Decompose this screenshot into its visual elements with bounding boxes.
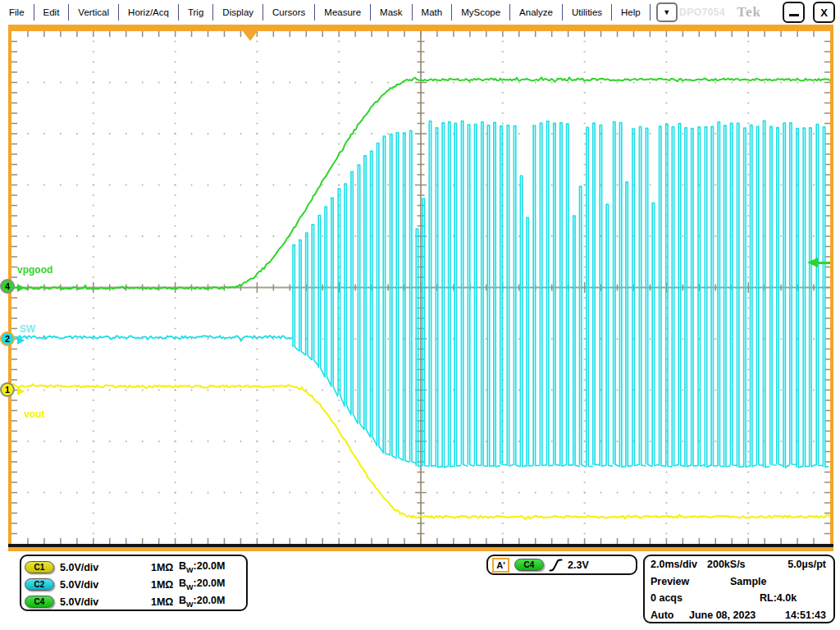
scope-display: vpgood SW vout 4 2 1 (0, 25, 840, 551)
timebase-row-mode: Preview Sample (645, 576, 833, 593)
menu-analyze[interactable]: Analyze (510, 4, 563, 21)
channel1-impedance: 1MΩ (151, 562, 173, 573)
menu-cursors[interactable]: Cursors (263, 4, 315, 21)
waveform-label-vpgood: vpgood (17, 264, 52, 276)
chevron-down-icon: ▼ (663, 8, 670, 16)
date-label: June 08, 2023 (689, 609, 756, 621)
menu-utilities[interactable]: Utilities (563, 4, 612, 21)
channel2-scale: 5.0V/div (60, 579, 98, 591)
menu-trig[interactable]: Trig (179, 4, 213, 21)
acquisition-count: 0 acqs (651, 592, 682, 604)
menu-display[interactable]: Display (213, 4, 263, 21)
menu-measure[interactable]: Measure (315, 4, 371, 21)
channel4-arrow-icon (17, 284, 25, 292)
timebase-row-acqs: 0 acqs RL:4.0k (645, 592, 833, 609)
timebase-readout-box: 2.0ms/div 200kS/s 5.0µs/pt Preview Sampl… (643, 555, 835, 623)
channel2-bandwidth: BW:20.0M (179, 578, 225, 591)
trigger-mode: Auto (651, 609, 673, 621)
close-icon: X (820, 7, 828, 19)
channel2-badge[interactable]: C2 (25, 578, 54, 591)
menu-edit[interactable]: Edit (34, 4, 70, 21)
trigger-channel-badge: C4 (514, 559, 544, 571)
waveform-canvas (0, 25, 840, 551)
trigger-readout-box[interactable]: A' C4 2.3V (486, 555, 637, 575)
time-label: 14:51:43 (785, 609, 826, 621)
timebase-row-scale: 2.0ms/div 200kS/s 5.0µs/pt (645, 559, 833, 576)
menu-bar: File Edit Vertical Horiz/Acq Trig Displa… (0, 0, 840, 25)
channel1-badge[interactable]: C1 (25, 561, 54, 573)
channel1-bandwidth: BW:20.0M (179, 560, 225, 574)
menu-file[interactable]: File (0, 4, 34, 21)
tek-logo: Tek (737, 4, 761, 21)
channel2-reference-marker[interactable]: 2 (0, 331, 15, 346)
rising-edge-icon (549, 558, 563, 573)
menu-vertical[interactable]: Vertical (69, 4, 119, 21)
channel-readout-box: C1 5.0V/div 1MΩ BW:20.0M C2 5.0V/div 1MΩ… (20, 555, 248, 611)
channel4-readout-row[interactable]: C4 5.0V/div 1MΩ BW:20.0M (21, 593, 246, 610)
menu-myscope[interactable]: MyScope (452, 4, 510, 21)
preview-status: Preview (651, 576, 689, 587)
close-button[interactable]: X (813, 2, 835, 23)
trigger-source-badge: A' (492, 558, 509, 573)
record-length: RL:4.0k (760, 592, 797, 604)
channel4-reference-marker[interactable]: 4 (0, 279, 15, 294)
minimize-icon (789, 14, 799, 16)
scope-model-label: DPO7054 (679, 7, 725, 18)
channel4-bandwidth: BW:20.0M (179, 595, 225, 609)
channel2-readout-row[interactable]: C2 5.0V/div 1MΩ BW:20.0M (21, 576, 246, 593)
acquisition-mode: Sample (730, 576, 766, 587)
timebase-scale: 2.0ms/div (651, 559, 697, 570)
trigger-level-value: 2.3V (568, 559, 589, 571)
minimize-button[interactable] (783, 2, 805, 23)
sample-rate: 200kS/s (707, 559, 746, 570)
channel4-scale: 5.0V/div (60, 596, 98, 608)
menu-math[interactable]: Math (413, 4, 453, 21)
sample-resolution: 5.0µs/pt (788, 559, 826, 570)
channel2-arrow-icon (17, 336, 25, 345)
trigger-level-tail (817, 262, 830, 264)
channel1-arrow-icon (17, 387, 25, 395)
waveform-label-vout: vout (24, 409, 44, 420)
readout-area: C1 5.0V/div 1MΩ BW:20.0M C2 5.0V/div 1MΩ… (0, 551, 840, 630)
channel1-readout-row[interactable]: C1 5.0V/div 1MΩ BW:20.0M (21, 559, 246, 576)
menu-overflow-button[interactable]: ▼ (656, 2, 678, 22)
channel2-impedance: 1MΩ (151, 579, 173, 591)
channel1-scale: 5.0V/div (60, 562, 98, 573)
menu-help[interactable]: Help (612, 4, 651, 21)
channel4-badge[interactable]: C4 (25, 596, 54, 608)
timebase-row-datetime: Auto June 08, 2023 14:51:43 (645, 609, 833, 627)
channel1-reference-marker[interactable]: 1 (0, 382, 15, 397)
trigger-position-icon[interactable] (243, 31, 258, 41)
channel4-impedance: 1MΩ (151, 596, 173, 608)
menu-horiz-acq[interactable]: Horiz/Acq (119, 4, 179, 21)
menu-mask[interactable]: Mask (371, 4, 412, 21)
waveform-label-sw: SW (20, 323, 35, 335)
